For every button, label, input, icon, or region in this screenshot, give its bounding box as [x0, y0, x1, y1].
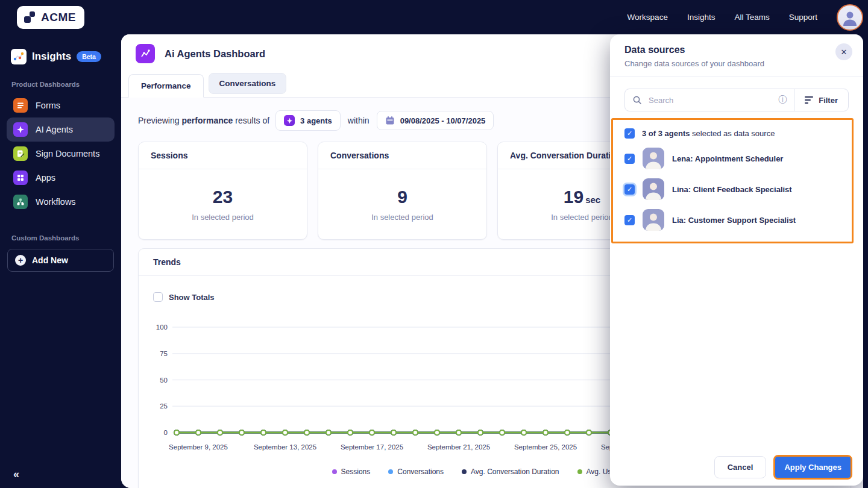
sidebar-section-product-dashboards: Product Dashboards [11, 81, 121, 88]
panel-header: Data sources Change data sources of your… [610, 34, 863, 76]
legend-label: Avg. Conversation Duration [471, 468, 559, 476]
tab-conversations[interactable]: Conversations [209, 73, 287, 94]
user-avatar-icon [841, 8, 859, 27]
agent-row-lia[interactable]: ✓Lia: Customer Support Specialist [613, 207, 852, 233]
svg-text:September 9, 2025: September 9, 2025 [169, 443, 228, 451]
agent-checkbox[interactable]: ✓ [624, 154, 635, 164]
agent-avatar [643, 178, 664, 200]
metric-card-conversations: Conversations9In selected period [318, 142, 487, 240]
svg-text:September 21, 2025: September 21, 2025 [427, 443, 490, 451]
agents-selector[interactable]: 3 agents [275, 110, 341, 131]
legend-item-sessions: Sessions [332, 468, 371, 476]
sidebar-item-ai-agents[interactable]: AI Agents [7, 117, 115, 142]
close-button[interactable]: ✕ [835, 43, 852, 60]
agent-name: Lina: Client Feedback Specialist [672, 185, 792, 194]
agent-avatar [643, 148, 664, 169]
legend-dot [577, 469, 582, 474]
topnav-all-teams[interactable]: All Teams [734, 13, 769, 22]
metric-card-sessions: Sessions23In selected period [138, 142, 307, 240]
sidebar-item-label: Forms [36, 101, 60, 110]
selection-summary: 3 of 3 agents selected as data source [642, 129, 775, 138]
cancel-button[interactable]: Cancel [714, 456, 767, 478]
dashboard-icon [136, 44, 155, 63]
svg-text:25: 25 [160, 402, 168, 410]
agent-checkbox[interactable]: ✓ [624, 184, 635, 195]
legend-dot [462, 469, 467, 474]
select-all-checkbox[interactable]: ✓ [624, 128, 635, 139]
workflows-icon [13, 195, 28, 209]
sidebar: Insights Beta Product Dashboards FormsAI… [0, 34, 121, 488]
metric-subtitle: In selected period [371, 213, 433, 222]
tab-performance[interactable]: Performance [128, 74, 204, 98]
agent-name: Lia: Customer Support Specialist [672, 216, 796, 225]
show-totals-label: Show Totals [169, 293, 215, 302]
metric-value: 19 [564, 187, 583, 207]
date-range-selector[interactable]: 09/08/2025 - 10/07/2025 [377, 111, 494, 130]
sidebar-section-custom-dashboards: Custom Dashboards [11, 234, 121, 242]
agent-checkbox[interactable]: ✓ [624, 215, 635, 225]
info-icon[interactable]: ⓘ [778, 95, 787, 105]
apply-changes-button[interactable]: Apply Changes [775, 457, 851, 478]
filter-button[interactable]: Filter [794, 89, 848, 111]
ai-agents-icon [13, 122, 28, 137]
panel-title: Data sources [624, 45, 849, 55]
apps-icon [13, 170, 28, 185]
legend-item-conversations: Conversations [388, 468, 444, 476]
page-title: Ai Agents Dashboard [165, 48, 265, 60]
agent-name: Lena: Appointment Scheduler [672, 154, 783, 163]
user-avatar[interactable] [837, 4, 863, 31]
date-range-label: 09/08/2025 - 10/07/2025 [400, 116, 486, 125]
preview-bold: performance [181, 116, 233, 125]
acme-logo-icon [24, 11, 36, 23]
sidebar-nav: FormsAI AgentsSign DocumentsAppsWorkflow… [7, 93, 115, 214]
agents-selection-highlight: ✓ 3 of 3 agents selected as data source … [611, 118, 854, 243]
sparkle-icon [284, 115, 295, 126]
search-filter-row: ⓘ Filter [624, 89, 849, 111]
acme-logo[interactable]: ACME [17, 6, 84, 29]
calendar-icon [385, 116, 395, 125]
add-new-button[interactable]: + Add New [7, 249, 114, 272]
legend-label: Sessions [341, 468, 371, 476]
apply-changes-highlight: Apply Changes [773, 455, 852, 480]
metric-value: 9 [397, 187, 407, 207]
metric-subtitle: In selected period [551, 213, 613, 222]
sidebar-app-name: Insights [32, 51, 71, 63]
forms-icon [13, 98, 28, 113]
within-label: within [348, 116, 370, 125]
metric-card-body: 9In selected period [318, 169, 486, 239]
legend-label: Conversations [397, 468, 444, 476]
show-totals-checkbox[interactable] [153, 292, 163, 302]
agents-selector-label: 3 agents [300, 116, 332, 125]
svg-text:September 17, 2025: September 17, 2025 [341, 443, 403, 451]
data-sources-panel: Data sources Change data sources of your… [610, 34, 863, 486]
metric-card-title: Conversations [318, 142, 486, 169]
topnav-support[interactable]: Support [789, 13, 817, 22]
beta-badge: Beta [77, 51, 101, 62]
sidebar-collapse-button[interactable]: « [13, 468, 19, 481]
agent-row-lena[interactable]: ✓Lena: Appointment Scheduler [613, 145, 852, 172]
sidebar-item-sign-documents[interactable]: Sign Documents [7, 142, 115, 166]
sidebar-item-forms[interactable]: Forms [7, 93, 115, 117]
search-icon [632, 95, 642, 105]
close-icon: ✕ [841, 48, 848, 57]
sidebar-item-label: AI Agents [36, 125, 73, 134]
svg-text:September 13, 2025: September 13, 2025 [254, 443, 316, 451]
topbar: ACME WorkspaceInsightsAll TeamsSupport [0, 0, 868, 34]
search-input[interactable] [647, 95, 773, 105]
svg-text:September 25, 2025: September 25, 2025 [514, 443, 577, 451]
metric-value-row: 19sec [564, 187, 600, 207]
selection-summary-bold: 3 of 3 agents [642, 129, 690, 138]
metric-card-body: 23In selected period [139, 169, 307, 239]
sidebar-item-apps[interactable]: Apps [7, 166, 115, 190]
sidebar-app-header: Insights Beta [0, 34, 121, 64]
sidebar-item-label: Workflows [36, 197, 76, 207]
acme-logo-text: ACME [41, 11, 76, 24]
metric-subtitle: In selected period [192, 213, 254, 222]
topnav-insights[interactable]: Insights [687, 13, 715, 22]
filter-icon [805, 96, 813, 104]
sidebar-item-workflows[interactable]: Workflows [7, 190, 115, 214]
agent-row-lina[interactable]: ✓Lina: Client Feedback Specialist [613, 176, 852, 202]
metric-unit: sec [585, 195, 600, 205]
insights-icon [11, 49, 27, 64]
topnav-workspace[interactable]: Workspace [627, 13, 668, 22]
